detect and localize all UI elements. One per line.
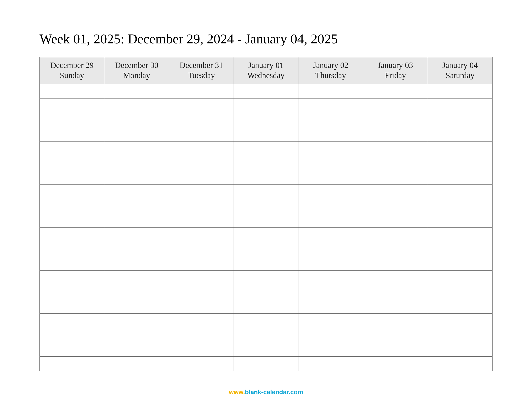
calendar-cell[interactable] <box>40 356 104 371</box>
calendar-cell[interactable] <box>363 127 428 141</box>
calendar-cell[interactable] <box>234 141 298 156</box>
calendar-cell[interactable] <box>104 270 169 285</box>
calendar-cell[interactable] <box>428 285 492 299</box>
calendar-cell[interactable] <box>234 356 298 371</box>
calendar-cell[interactable] <box>40 213 104 227</box>
calendar-cell[interactable] <box>169 113 234 127</box>
calendar-cell[interactable] <box>363 285 428 299</box>
calendar-cell[interactable] <box>234 184 298 199</box>
calendar-cell[interactable] <box>104 227 169 242</box>
calendar-cell[interactable] <box>363 141 428 156</box>
calendar-cell[interactable] <box>428 356 492 371</box>
calendar-cell[interactable] <box>169 170 234 184</box>
calendar-cell[interactable] <box>298 270 363 285</box>
calendar-cell[interactable] <box>40 285 104 299</box>
calendar-cell[interactable] <box>169 199 234 213</box>
calendar-cell[interactable] <box>40 98 104 113</box>
calendar-cell[interactable] <box>169 227 234 242</box>
calendar-cell[interactable] <box>40 342 104 356</box>
calendar-cell[interactable] <box>104 98 169 113</box>
calendar-cell[interactable] <box>298 127 363 141</box>
calendar-cell[interactable] <box>169 184 234 199</box>
footer-link[interactable]: www.blank-calendar.com <box>0 389 532 396</box>
calendar-cell[interactable] <box>40 199 104 213</box>
calendar-cell[interactable] <box>363 356 428 371</box>
calendar-cell[interactable] <box>234 170 298 184</box>
calendar-cell[interactable] <box>104 170 169 184</box>
calendar-cell[interactable] <box>40 299 104 313</box>
calendar-cell[interactable] <box>428 113 492 127</box>
calendar-cell[interactable] <box>363 184 428 199</box>
calendar-cell[interactable] <box>298 242 363 256</box>
calendar-cell[interactable] <box>428 199 492 213</box>
calendar-cell[interactable] <box>298 356 363 371</box>
calendar-cell[interactable] <box>234 256 298 270</box>
calendar-cell[interactable] <box>234 98 298 113</box>
calendar-cell[interactable] <box>363 313 428 328</box>
calendar-cell[interactable] <box>104 84 169 98</box>
calendar-cell[interactable] <box>363 113 428 127</box>
calendar-cell[interactable] <box>428 299 492 313</box>
calendar-cell[interactable] <box>104 141 169 156</box>
calendar-cell[interactable] <box>363 213 428 227</box>
calendar-cell[interactable] <box>298 170 363 184</box>
calendar-cell[interactable] <box>169 141 234 156</box>
calendar-cell[interactable] <box>169 213 234 227</box>
calendar-cell[interactable] <box>428 141 492 156</box>
calendar-cell[interactable] <box>104 213 169 227</box>
calendar-cell[interactable] <box>428 270 492 285</box>
calendar-cell[interactable] <box>298 113 363 127</box>
calendar-cell[interactable] <box>104 156 169 170</box>
calendar-cell[interactable] <box>363 156 428 170</box>
calendar-cell[interactable] <box>428 184 492 199</box>
calendar-cell[interactable] <box>298 342 363 356</box>
calendar-cell[interactable] <box>234 342 298 356</box>
calendar-cell[interactable] <box>428 127 492 141</box>
calendar-cell[interactable] <box>428 170 492 184</box>
calendar-cell[interactable] <box>363 342 428 356</box>
calendar-cell[interactable] <box>104 256 169 270</box>
calendar-cell[interactable] <box>169 328 234 342</box>
calendar-cell[interactable] <box>40 242 104 256</box>
calendar-cell[interactable] <box>298 328 363 342</box>
calendar-cell[interactable] <box>169 313 234 328</box>
calendar-cell[interactable] <box>298 285 363 299</box>
calendar-cell[interactable] <box>104 356 169 371</box>
calendar-cell[interactable] <box>104 328 169 342</box>
calendar-cell[interactable] <box>234 84 298 98</box>
calendar-cell[interactable] <box>363 98 428 113</box>
calendar-cell[interactable] <box>298 84 363 98</box>
calendar-cell[interactable] <box>234 213 298 227</box>
calendar-cell[interactable] <box>104 127 169 141</box>
calendar-cell[interactable] <box>234 328 298 342</box>
calendar-cell[interactable] <box>363 227 428 242</box>
calendar-cell[interactable] <box>40 113 104 127</box>
calendar-cell[interactable] <box>40 127 104 141</box>
calendar-cell[interactable] <box>298 299 363 313</box>
calendar-cell[interactable] <box>234 227 298 242</box>
calendar-cell[interactable] <box>169 98 234 113</box>
calendar-cell[interactable] <box>363 256 428 270</box>
calendar-cell[interactable] <box>104 113 169 127</box>
calendar-cell[interactable] <box>428 84 492 98</box>
calendar-cell[interactable] <box>169 270 234 285</box>
calendar-cell[interactable] <box>363 328 428 342</box>
calendar-cell[interactable] <box>428 313 492 328</box>
calendar-cell[interactable] <box>298 199 363 213</box>
calendar-cell[interactable] <box>169 299 234 313</box>
calendar-cell[interactable] <box>40 141 104 156</box>
calendar-cell[interactable] <box>428 342 492 356</box>
calendar-cell[interactable] <box>363 170 428 184</box>
calendar-cell[interactable] <box>234 285 298 299</box>
calendar-cell[interactable] <box>363 84 428 98</box>
calendar-cell[interactable] <box>363 242 428 256</box>
calendar-cell[interactable] <box>40 170 104 184</box>
calendar-cell[interactable] <box>169 84 234 98</box>
calendar-cell[interactable] <box>298 227 363 242</box>
calendar-cell[interactable] <box>298 313 363 328</box>
calendar-cell[interactable] <box>169 256 234 270</box>
calendar-cell[interactable] <box>104 285 169 299</box>
calendar-cell[interactable] <box>363 270 428 285</box>
calendar-cell[interactable] <box>169 156 234 170</box>
calendar-cell[interactable] <box>169 127 234 141</box>
